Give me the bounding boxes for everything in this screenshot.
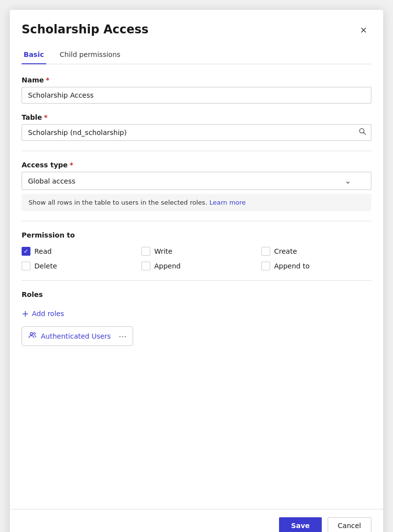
add-roles-button[interactable]: + Add roles (22, 306, 64, 320)
name-required-star: * (46, 76, 49, 84)
table-input[interactable] (22, 124, 371, 141)
tab-basic[interactable]: Basic (22, 46, 46, 64)
permissions-section: Permission to Read Write Create (22, 231, 371, 270)
more-options-icon[interactable]: ⋯ (119, 332, 127, 341)
permission-read-label: Read (34, 247, 52, 255)
permission-create[interactable]: Create (261, 247, 371, 256)
checkbox-append-to (261, 262, 270, 270)
permission-create-label: Create (274, 247, 297, 255)
svg-point-3 (33, 333, 35, 335)
permission-append-to[interactable]: Append to (261, 262, 371, 270)
table-search-wrapper (22, 124, 371, 141)
name-label: Name * (22, 76, 371, 84)
checkbox-create (261, 247, 270, 256)
permission-write[interactable]: Write (141, 247, 252, 256)
table-required-star: * (44, 113, 48, 121)
access-type-label: Access type * (22, 161, 371, 169)
permission-delete-label: Delete (34, 262, 57, 270)
checkbox-write (141, 247, 150, 256)
tabs-container: Basic Child permissions (22, 45, 371, 64)
checkbox-read (22, 247, 30, 256)
svg-line-1 (364, 133, 365, 134)
permission-read[interactable]: Read (22, 247, 132, 256)
name-field-group: Name * (22, 76, 371, 104)
checkbox-delete (22, 262, 30, 270)
permissions-title: Permission to (22, 231, 371, 239)
roles-list: Authenticated Users ⋯ (22, 326, 371, 346)
access-type-field-group: Access type * Global access ⌄ Show all r… (22, 161, 371, 211)
cancel-button[interactable]: Cancel (328, 517, 371, 532)
table-field-group: Table * (22, 113, 371, 141)
plus-icon: + (22, 308, 29, 319)
chevron-down-icon: ⌄ (345, 176, 351, 186)
access-type-required-star: * (70, 161, 73, 169)
dialog-header: Scholarship Access × (10, 10, 383, 37)
access-type-select[interactable]: Global access ⌄ (22, 172, 371, 190)
divider-2 (22, 221, 371, 221)
dialog-content: Basic Child permissions Name * Table * (10, 37, 383, 509)
name-input[interactable] (22, 87, 371, 104)
permissions-grid: Read Write Create Delete (22, 247, 371, 270)
permission-append-label: Append (154, 262, 181, 270)
role-tag-label: Authenticated Users (41, 332, 111, 340)
permission-append-to-label: Append to (274, 262, 309, 270)
divider-1 (22, 151, 371, 151)
permission-write-label: Write (154, 247, 172, 255)
close-button[interactable]: × (356, 22, 371, 37)
table-label: Table * (22, 113, 371, 121)
dialog-title: Scholarship Access (22, 23, 148, 36)
checkbox-append (141, 262, 150, 270)
list-item[interactable]: Authenticated Users ⋯ (22, 326, 133, 346)
roles-section: Roles + Add roles Authenticated Use (22, 291, 371, 346)
access-type-info: Show all rows in the table to users in t… (22, 194, 371, 211)
dialog: Scholarship Access × Basic Child permiss… (10, 10, 383, 532)
access-type-select-wrapper: Global access ⌄ (22, 172, 371, 190)
permission-delete[interactable]: Delete (22, 262, 132, 270)
user-group-icon (28, 331, 37, 342)
dialog-footer: Save Cancel (10, 509, 383, 532)
permission-append[interactable]: Append (141, 262, 252, 270)
save-button[interactable]: Save (279, 517, 321, 532)
roles-title: Roles (22, 291, 371, 298)
access-type-value: Global access (28, 177, 75, 185)
divider-3 (22, 280, 371, 281)
table-search-icon[interactable] (359, 128, 366, 137)
svg-point-2 (30, 333, 33, 335)
learn-more-link[interactable]: Learn more (209, 199, 246, 206)
tab-child-permissions[interactable]: Child permissions (58, 46, 123, 64)
